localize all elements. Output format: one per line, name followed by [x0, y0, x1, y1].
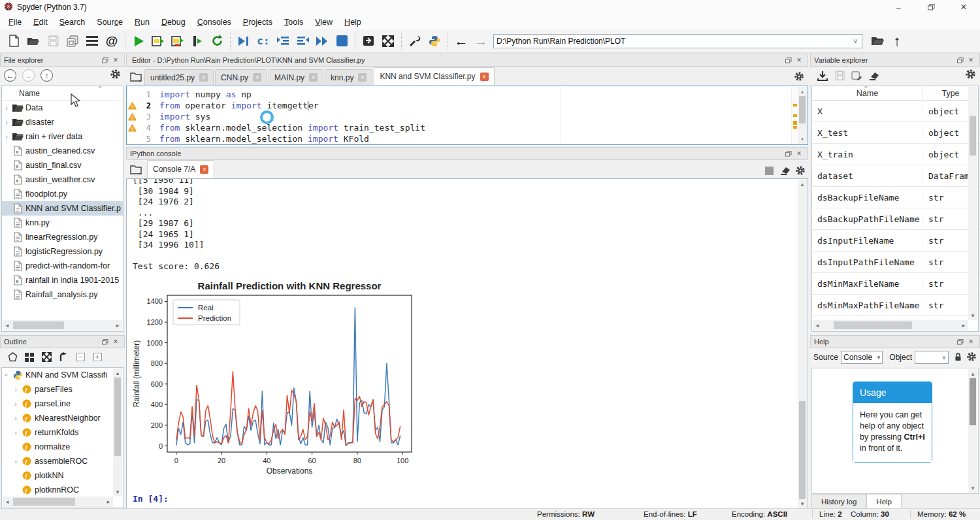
maximize-pane-button[interactable]	[359, 32, 378, 50]
variable-row[interactable]: dsMinMaxPathFileNamestr	[812, 295, 978, 316]
file-item[interactable]: logisticRegression.py	[2, 244, 123, 259]
browse-tabs-icon[interactable]	[127, 69, 144, 85]
working-directory-combo[interactable]: D:\Python Run\Rain Prediction\PLOT ∨	[493, 34, 862, 48]
editor-vertical-scrollbar[interactable]: ▴ ▾	[798, 87, 807, 144]
close-tab-icon[interactable]: ×	[309, 73, 318, 82]
outline-vertical-scrollbar[interactable]: ▴ ▾	[113, 368, 122, 496]
continue-button[interactable]	[312, 32, 332, 50]
debug-cell-button[interactable]: c:	[253, 32, 273, 50]
rerun-cell-button[interactable]	[207, 32, 227, 50]
help-vertical-scrollbar[interactable]: ▴ ▾	[968, 369, 977, 493]
outline-group-icon[interactable]	[21, 350, 38, 365]
file-item[interactable]: ›rain + river data	[2, 129, 123, 144]
fe-options-gear-icon[interactable]	[110, 69, 121, 82]
open-file-button[interactable]	[24, 32, 43, 50]
variable-row[interactable]: dsBackupFileNamestr	[812, 187, 978, 208]
console-output-area[interactable]: [[5 1950 11] [30 1984 9] [24 1976 2] ...…	[126, 178, 808, 510]
fe-forward-button[interactable]: →	[22, 69, 35, 82]
fe-up-button[interactable]: ↑	[41, 69, 53, 82]
outline-item[interactable]: ›fkNearestNeighbor	[2, 411, 123, 425]
debug-file-button[interactable]	[234, 32, 253, 50]
variable-row[interactable]: dsInputFileNamestr	[812, 230, 978, 252]
menu-run[interactable]: Run	[129, 16, 155, 29]
help-source-combo[interactable]: Console▾	[841, 351, 883, 364]
file-item[interactable]: ›disaster	[2, 115, 123, 129]
fe-horizontal-scrollbar[interactable]: ◂ ▸	[3, 320, 122, 331]
expand-chevron-icon[interactable]: ›	[2, 133, 11, 140]
close-pane-icon[interactable]: ×	[110, 55, 121, 65]
variable-row[interactable]: X_trainobject	[812, 144, 978, 165]
expand-chevron-icon[interactable]: ›	[11, 414, 20, 422]
undock-icon[interactable]	[100, 55, 110, 65]
import-data-icon[interactable]	[814, 69, 831, 83]
menu-projects[interactable]: Projects	[237, 16, 278, 29]
outline-item[interactable]: fplotkNN	[2, 468, 123, 483]
console-vertical-scrollbar[interactable]: ▴ ▾	[798, 180, 807, 508]
close-pane-icon[interactable]: ×	[966, 55, 976, 65]
outline-home-icon[interactable]	[4, 350, 21, 365]
collapse-chevron-icon[interactable]: ›	[3, 370, 10, 380]
history-forward-button[interactable]: →	[471, 32, 491, 50]
code-line[interactable]: 5from sklearn.model_selection import KFo…	[127, 133, 808, 144]
file-item[interactable]: xaustin_final.csv	[2, 158, 123, 172]
file-item[interactable]: floodplot.py	[2, 187, 123, 201]
close-tab-icon[interactable]: ×	[253, 73, 261, 82]
pythonpath-button[interactable]	[425, 32, 444, 50]
close-tab-icon[interactable]: ×	[480, 73, 489, 81]
expand-chevron-icon[interactable]: ›	[2, 118, 11, 126]
editor-options-gear-icon[interactable]	[794, 71, 804, 82]
browse-tabs-icon[interactable]	[127, 162, 144, 178]
help-bottom-tab-history-log[interactable]: History log	[811, 494, 866, 508]
undock-icon[interactable]	[955, 55, 966, 65]
file-item[interactable]: xaustin_weather.csv	[2, 172, 123, 187]
file-switcher-button[interactable]	[82, 32, 102, 50]
run-cell-button[interactable]	[148, 32, 168, 50]
file-item[interactable]: xaustin_cleaned.csv	[2, 144, 123, 158]
help-object-combo[interactable]: ∨	[915, 351, 949, 364]
save-button[interactable]	[43, 32, 63, 50]
file-item[interactable]: predict-with-random-for	[2, 259, 123, 273]
outline-item[interactable]: ›freturnKfolds	[2, 425, 123, 440]
variable-row[interactable]: dsInputPathFileNamestr	[812, 252, 978, 273]
outline-horizontal-scrollbar[interactable]: ◂ ▸	[3, 496, 113, 507]
expand-chevron-icon[interactable]: ›	[2, 104, 11, 112]
editor-tab[interactable]: CNN.py×	[215, 69, 267, 85]
outline-item[interactable]: ›fassembleROC	[2, 454, 123, 468]
file-item[interactable]: knn.py	[2, 216, 123, 230]
file-item[interactable]: Rainfall_analysis.py	[2, 287, 123, 302]
undock-icon[interactable]	[100, 336, 110, 347]
menu-view[interactable]: View	[309, 16, 338, 29]
history-back-button[interactable]: ←	[451, 32, 471, 50]
expand-chevron-icon[interactable]: ›	[11, 429, 20, 436]
preferences-wrench-button[interactable]	[405, 32, 425, 50]
remove-variables-icon[interactable]	[865, 69, 882, 83]
outline-item[interactable]: fnormalize	[2, 440, 123, 454]
ve-horizontal-scrollbar[interactable]: ◂ ▸	[813, 320, 968, 331]
restore-button[interactable]	[915, 0, 947, 14]
menu-source[interactable]: Source	[91, 16, 129, 29]
editor-tab[interactable]: knn.py×	[325, 69, 372, 85]
step-into-button[interactable]	[273, 32, 293, 50]
combo-dropdown-icon[interactable]: ∨	[853, 37, 859, 44]
editor-tab[interactable]: MAIN.py×	[269, 69, 323, 85]
menu-debug[interactable]: Debug	[155, 16, 191, 29]
variable-row[interactable]: X_testobject	[812, 122, 978, 144]
file-item[interactable]: xrainfall in india 1901-2015	[2, 273, 123, 287]
close-pane-icon[interactable]: ×	[110, 336, 121, 347]
variable-row[interactable]: dsBackupPathFileNamestr	[812, 208, 978, 230]
ve-name-column-header[interactable]: Name	[812, 86, 923, 100]
ve-vertical-scrollbar[interactable]: ▾	[968, 87, 977, 320]
undock-icon[interactable]	[955, 336, 966, 347]
close-button[interactable]: ×	[947, 0, 980, 14]
symbol-finder-button[interactable]: @	[102, 32, 122, 50]
file-item[interactable]: ›Data	[2, 101, 123, 115]
expand-all-icon[interactable]: +	[89, 350, 106, 365]
file-item[interactable]: linearRegression.py	[2, 230, 123, 244]
code-line[interactable]: !3import sys	[127, 111, 808, 122]
undock-icon[interactable]	[783, 148, 794, 159]
close-tab-icon[interactable]: ×	[200, 165, 208, 174]
help-options-gear-icon[interactable]	[966, 351, 977, 364]
variable-row[interactable]: datasetDataFrame	[812, 165, 978, 187]
close-tab-icon[interactable]: ×	[199, 73, 208, 82]
run-selection-button[interactable]	[188, 32, 207, 50]
